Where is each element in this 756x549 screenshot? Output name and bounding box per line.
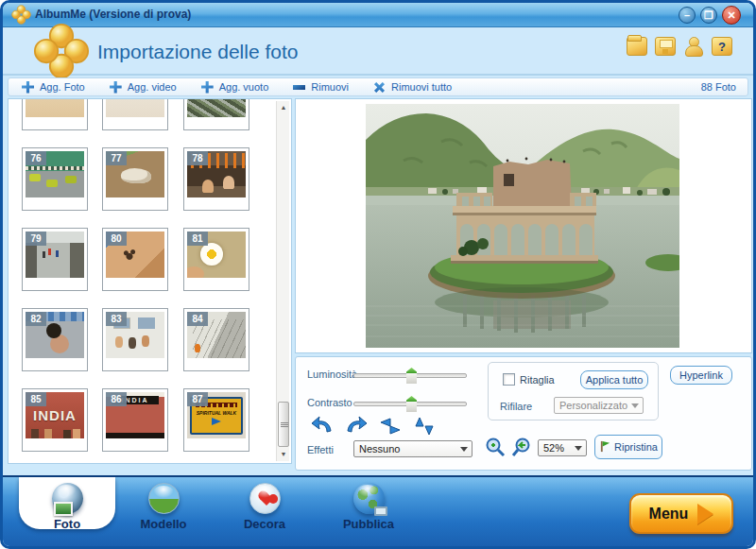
menu-button-label: Menu [649, 506, 689, 523]
photo-thumbnail[interactable]: 81 [183, 228, 249, 291]
menu-button[interactable]: Menu [629, 493, 733, 534]
trim-label: Rifilare [500, 401, 532, 412]
add-video-label: Agg. video [128, 81, 177, 93]
pubblica-tab-icon [353, 483, 385, 514]
photo-preview [366, 104, 679, 348]
photo-thumbnail[interactable] [22, 98, 88, 130]
foto-tab-icon [52, 483, 83, 514]
save-project-icon[interactable] [655, 37, 676, 56]
trim-dropdown[interactable]: Personalizzato [554, 397, 644, 414]
tab-foto[interactable]: Foto [15, 483, 119, 531]
help-icon[interactable]: ? [712, 37, 732, 56]
flip-horizontal-icon[interactable] [379, 416, 402, 437]
brightness-label: Luminosità [307, 369, 357, 380]
tab-decora[interactable]: Decora [213, 483, 317, 531]
thumbnail-number: 80 [106, 232, 127, 246]
add-blank-button[interactable]: Agg. vuoto [201, 81, 269, 94]
photo-thumbnail[interactable] [183, 98, 249, 130]
thumbnail-panel: 76 77 78 79 80 81 82 83 84 85 INDIA 86 I… [8, 98, 292, 464]
bottom-tab-bar: Foto Modello Decora Pubblica Menu [3, 475, 753, 546]
crop-groupbox: Ritaglia Applica tutto Rifilare Personal… [488, 362, 659, 420]
brightness-slider-handle[interactable] [406, 368, 417, 384]
decora-tab-icon [249, 483, 281, 514]
effects-label: Effetti [307, 444, 334, 455]
rotate-right-icon[interactable] [345, 416, 368, 437]
hyperlink-button[interactable]: Hyperlink [670, 366, 732, 385]
flip-vertical-icon[interactable] [413, 416, 436, 437]
modello-tab-icon [148, 483, 180, 514]
app-logo-large-icon [27, 23, 95, 79]
add-icon [110, 81, 122, 94]
photo-thumbnail[interactable]: 87 SPIRITUAL WALK [183, 388, 249, 452]
scroll-up-arrow[interactable]: ▲ [277, 101, 290, 114]
title-bar: AlbumMe (Versione di prova) – ❐ ✕ [3, 3, 753, 27]
contrast-label: Contrasto [307, 397, 352, 408]
scroll-down-arrow[interactable]: ▼ [277, 448, 290, 461]
thumbnail-number: 77 [106, 151, 127, 165]
tab-modello[interactable]: Modello [112, 483, 215, 531]
photo-thumbnail[interactable]: 78 [183, 147, 249, 211]
zoom-out-icon[interactable] [511, 437, 532, 457]
add-icon [22, 81, 34, 94]
menu-arrow-icon [697, 504, 713, 524]
adjustment-panel: Luminosità Contrasto Effetti Nessuno Rit… [295, 356, 752, 471]
crop-checkbox[interactable] [503, 373, 515, 386]
scrollbar-thumb[interactable] [278, 402, 289, 447]
thumbnail-number: 83 [106, 312, 127, 326]
tab-label: Pubblica [317, 517, 421, 531]
remove-all-button[interactable]: Rimuovi tutto [373, 81, 452, 94]
apply-all-button[interactable]: Applica tutto [580, 370, 648, 389]
photo-thumbnail[interactable]: 80 [102, 228, 168, 291]
photo-thumbnail[interactable]: 86 INDIA [102, 388, 168, 452]
photo-thumbnail[interactable]: 79 [22, 228, 88, 291]
thumbnail-number: 82 [26, 312, 46, 326]
photo-thumbnail[interactable] [102, 98, 168, 130]
minimize-button[interactable]: – [679, 7, 696, 24]
remove-label: Rimuovi [311, 81, 349, 93]
add-video-button[interactable]: Agg. video [110, 81, 177, 94]
register-user-icon[interactable] [683, 37, 704, 56]
remove-button[interactable]: Rimuovi [293, 81, 349, 93]
dropdown-arrow-icon [460, 447, 468, 452]
contrast-slider[interactable] [353, 402, 467, 406]
app-window: AlbumMe (Versione di prova) – ❐ ✕ Import… [0, 0, 756, 549]
zoom-level-dropdown[interactable]: 52% [538, 439, 587, 456]
tab-pubblica[interactable]: Pubblica [317, 483, 421, 531]
add-photo-button[interactable]: Agg. Foto [22, 81, 85, 94]
contrast-slider-handle[interactable] [406, 396, 417, 412]
brightness-slider[interactable] [353, 373, 467, 378]
thumbnail-number: 79 [26, 232, 46, 246]
dropdown-arrow-icon [631, 403, 639, 408]
trim-value: Personalizzato [559, 400, 627, 411]
rotate-left-icon[interactable] [311, 416, 334, 437]
thumbnail-number: 84 [187, 312, 208, 326]
photo-thumbnail[interactable]: 83 [102, 308, 168, 371]
thumbnail-number: 76 [26, 151, 46, 165]
thumbnail-number: 81 [187, 232, 208, 246]
close-button[interactable]: ✕ [722, 6, 741, 25]
photo-thumbnail[interactable]: 84 [183, 308, 249, 371]
crop-label: Ritaglia [520, 374, 555, 386]
photo-thumbnail[interactable]: 82 [22, 308, 88, 371]
maximize-button[interactable]: ❐ [700, 7, 717, 24]
heart-icon [259, 492, 272, 506]
thumbnail-number: 87 [187, 392, 208, 406]
app-logo-icon [11, 5, 31, 25]
photo-thumbnail[interactable]: 85 INDIA [22, 388, 88, 452]
window-title: AlbumMe (Versione di prova) [35, 8, 191, 21]
effects-dropdown[interactable]: Nessuno [353, 440, 472, 457]
photo-thumbnail[interactable]: 77 [102, 147, 168, 211]
zoom-level-value: 52% [543, 442, 564, 454]
dropdown-arrow-icon [575, 446, 582, 451]
remove-all-label: Rimuovi tutto [391, 81, 452, 93]
zoom-in-icon[interactable] [485, 437, 506, 457]
photo-count: 88 Foto [701, 81, 736, 93]
thumbnail-number: 78 [187, 151, 208, 165]
add-photo-label: Agg. Foto [40, 81, 85, 93]
photo-thumbnail[interactable]: 76 [22, 147, 88, 211]
restore-button[interactable]: Ripristina [594, 435, 662, 459]
remove-icon [293, 85, 305, 90]
open-project-icon[interactable] [627, 37, 647, 56]
thumbnail-scrollbar[interactable]: ▲ ▼ [276, 101, 289, 461]
page-title: Importazione delle foto [97, 41, 298, 63]
